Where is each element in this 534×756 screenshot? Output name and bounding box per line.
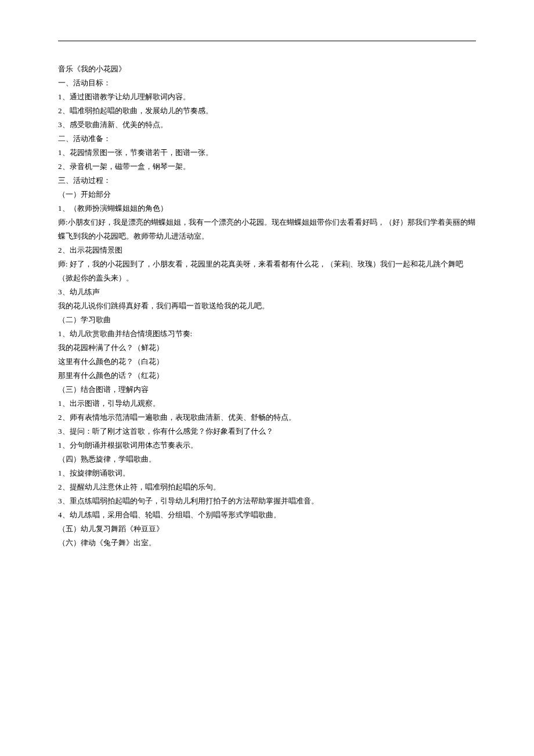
text-line: 师:小朋友们好，我是漂亮的蝴蝶姐姐，我有一个漂亮的小花园。现在蝴蝶姐姐带你们去看… — [58, 215, 476, 243]
text-line: 我的花儿说你们跳得真好看，我们再唱一首歌送给我的花儿吧。 — [58, 299, 476, 313]
document-body: 音乐《我的小花园》一、活动目标：1、通过图谱教学让幼儿理解歌词内容。2、唱准弱拍… — [58, 62, 476, 550]
text-line: （一）开始部分 — [58, 188, 476, 201]
text-line: 2、提醒幼儿注意休止符，唱准弱拍起唱的乐句。 — [58, 480, 476, 494]
text-line: 1、花园情景图一张，节奏谱若干，图谱一张。 — [58, 146, 476, 160]
text-line: 音乐《我的小花园》 — [58, 62, 476, 76]
horizontal-rule — [58, 41, 476, 41]
text-line: 三、活动过程： — [58, 174, 476, 188]
text-line: 师: 好了，我的小花园到了，小朋友看，花园里的花真美呀，来看看都有什么花，（茉莉… — [58, 257, 476, 285]
text-line: 2、出示花园情景图 — [58, 243, 476, 257]
text-line: 1、通过图谱教学让幼儿理解歌词内容。 — [58, 90, 476, 104]
text-line: 1、幼儿欣赏歌曲并结合情境图练习节奏: — [58, 327, 476, 341]
text-line: 我的花园种满了什么？（鲜花） — [58, 341, 476, 355]
text-line: （二）学习歌曲 — [58, 313, 476, 327]
text-line: 3、幼儿练声 — [58, 285, 476, 299]
text-line: 2、录音机一架，磁带一盒，钢琴一架。 — [58, 160, 476, 174]
text-line: 4、幼儿练唱，采用合唱、轮唱、分组唱、个别唱等形式学唱歌曲。 — [58, 508, 476, 522]
text-line: 这里有什么颜色的花？（白花） — [58, 355, 476, 369]
text-line: 1、出示图谱，引导幼儿观察。 — [58, 397, 476, 411]
text-line: 3、重点练唱弱拍起唱的句子，引导幼儿利用打拍子的方法帮助掌握并唱准音。 — [58, 494, 476, 508]
text-line: 那里有什么颜色的话？（红花） — [58, 369, 476, 383]
document-page: 音乐《我的小花园》一、活动目标：1、通过图谱教学让幼儿理解歌词内容。2、唱准弱拍… — [0, 0, 534, 585]
text-line: 1、（教师扮演蝴蝶姐姐的角色） — [58, 201, 476, 215]
text-line: （四）熟悉旋律，学唱歌曲。 — [58, 452, 476, 466]
text-line: 1、按旋律朗诵歌词。 — [58, 466, 476, 480]
text-line: 3、提问：听了刚才这首歌，你有什么感觉？你好象看到了什么？ — [58, 424, 476, 438]
text-line: （六）律动《兔子舞》出室。 — [58, 536, 476, 550]
text-line: 3、感受歌曲清新、优美的特点。 — [58, 118, 476, 132]
text-line: （三）结合图谱，理解内容 — [58, 383, 476, 397]
text-line: 2、唱准弱拍起唱的歌曲，发展幼儿的节奏感。 — [58, 104, 476, 118]
text-line: 一、活动目标： — [58, 76, 476, 90]
text-line: 二、活动准备： — [58, 132, 476, 146]
text-line: 2、师有表情地示范清唱一遍歌曲，表现歌曲清新、优美、舒畅的特点。 — [58, 411, 476, 424]
text-line: 1、分句朗诵并根据歌词用体态节奏表示。 — [58, 438, 476, 452]
text-line: （五）幼儿复习舞蹈《种豆豆》 — [58, 522, 476, 536]
